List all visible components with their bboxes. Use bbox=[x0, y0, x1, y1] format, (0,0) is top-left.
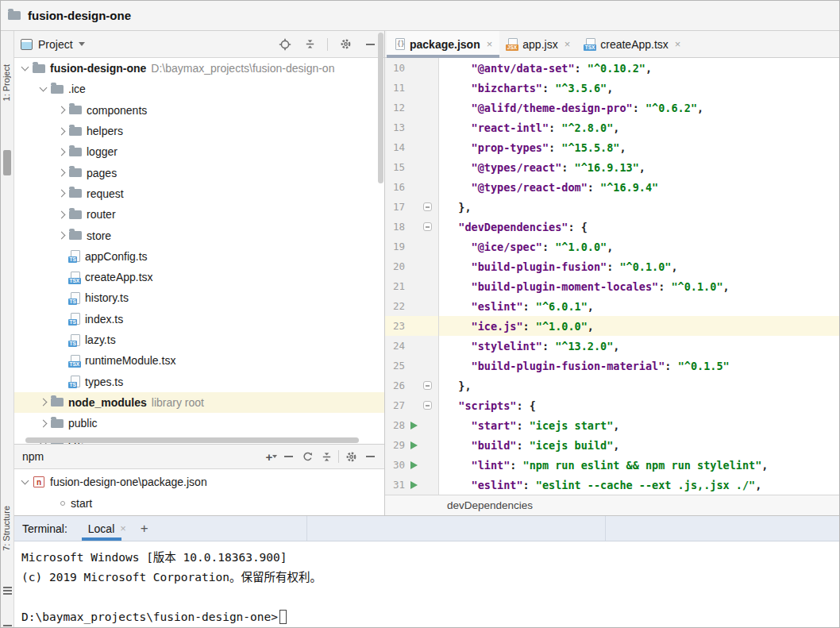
code-line[interactable]: 10 "@antv/data-set": "^0.10.2", bbox=[385, 58, 840, 78]
tree-chevron-icon[interactable] bbox=[21, 64, 29, 71]
tree-chevron-icon[interactable] bbox=[40, 84, 48, 92]
tree-row[interactable]: router bbox=[14, 204, 384, 225]
refresh-icon[interactable] bbox=[298, 447, 317, 466]
tree-chevron-icon[interactable] bbox=[58, 127, 66, 135]
locate-file-button[interactable] bbox=[276, 35, 295, 54]
run-script-icon[interactable] bbox=[410, 441, 418, 449]
tree-row[interactable]: TSX runtimeModule.tsx bbox=[14, 350, 384, 371]
code-line[interactable]: 27 "scripts": { bbox=[385, 395, 840, 415]
hide-panel-button[interactable] bbox=[360, 447, 380, 466]
close-icon[interactable]: × bbox=[487, 38, 493, 50]
run-script-icon[interactable] bbox=[410, 422, 418, 430]
terminal-stripe-icon[interactable] bbox=[3, 625, 12, 628]
tree-row[interactable]: helpers bbox=[14, 121, 384, 141]
code-line[interactable]: 11 "bizcharts": "^3.5.6", bbox=[385, 78, 840, 98]
new-terminal-button[interactable]: + bbox=[141, 521, 148, 537]
code-line[interactable]: 12 "@alifd/theme-design-pro": "^0.6.2", bbox=[385, 98, 840, 118]
fold-start-icon[interactable] bbox=[423, 222, 432, 231]
close-icon[interactable]: × bbox=[564, 38, 571, 50]
structure-stripe-icon[interactable] bbox=[3, 587, 12, 595]
ts-file-icon: TS bbox=[71, 250, 80, 262]
tree-chevron-icon[interactable] bbox=[58, 148, 66, 156]
hide-panel-button[interactable] bbox=[360, 35, 380, 54]
tree-chevron-icon[interactable] bbox=[58, 232, 66, 240]
line-number: 26 bbox=[385, 379, 407, 391]
tree-row[interactable]: .ice bbox=[14, 79, 384, 99]
remove-button[interactable] bbox=[279, 447, 298, 466]
chevron-down-icon[interactable] bbox=[21, 476, 29, 484]
tree-row[interactable]: pages bbox=[14, 162, 384, 183]
code-line[interactable]: 20 "build-plugin-fusion": "^0.1.0", bbox=[385, 256, 840, 276]
code-line[interactable]: 16 "@types/react-dom": "^16.9.4" bbox=[385, 177, 840, 197]
code-line[interactable]: 13 "react-intl": "^2.8.0", bbox=[385, 118, 840, 137]
tree-chevron-icon[interactable] bbox=[58, 210, 66, 218]
code-line[interactable]: 18 "devDependencies": { bbox=[385, 217, 840, 237]
editor-tab[interactable]: JSX app.jsx × bbox=[499, 31, 577, 57]
ts-file-icon: TS bbox=[71, 292, 80, 304]
tree-row[interactable]: TS index.ts bbox=[14, 309, 384, 329]
tree-chevron-icon[interactable] bbox=[58, 190, 66, 198]
terminal-tab-local[interactable]: Local × bbox=[85, 516, 129, 541]
tree-row[interactable]: TSX createApp.tsx bbox=[14, 267, 384, 287]
project-horizontal-scrollbar[interactable] bbox=[25, 437, 359, 443]
tree-row[interactable]: request bbox=[14, 183, 384, 204]
close-icon[interactable]: × bbox=[675, 38, 681, 50]
tree-row[interactable]: fusion-design-one D:\baymax_projects\fus… bbox=[14, 58, 384, 79]
collapse-all-button[interactable] bbox=[317, 447, 336, 466]
tree-row[interactable]: TS types.ts bbox=[14, 371, 384, 391]
npm-script-row[interactable]: start bbox=[14, 492, 384, 514]
fold-end-icon[interactable] bbox=[423, 202, 432, 211]
fold-end-icon[interactable] bbox=[423, 381, 432, 390]
editor-tab[interactable]: TSX createApp.tsx × bbox=[577, 31, 688, 57]
tree-chevron-icon[interactable] bbox=[40, 399, 48, 406]
fold-start-icon[interactable] bbox=[423, 401, 432, 410]
settings-gear-icon[interactable] bbox=[336, 35, 355, 54]
code-line[interactable]: 22 "eslint": "^6.0.1", bbox=[385, 296, 840, 316]
chevron-down-icon[interactable] bbox=[79, 42, 85, 46]
code-line[interactable]: 24 "stylelint": "^13.2.0", bbox=[385, 336, 840, 356]
code-line[interactable]: 14 "prop-types": "^15.5.8", bbox=[385, 137, 840, 157]
tool-stripe-structure-button[interactable]: 7: Structure bbox=[2, 506, 11, 551]
tree-row[interactable]: public bbox=[14, 413, 384, 433]
tree-row[interactable]: TS appConfig.ts bbox=[14, 246, 384, 267]
code-line[interactable]: 15 "@types/react": "^16.9.13", bbox=[385, 157, 840, 177]
run-script-icon[interactable] bbox=[410, 481, 418, 489]
npm-package-row[interactable]: n fusion-design-one\package.json bbox=[14, 471, 384, 492]
editor-tab[interactable]: package.json × bbox=[387, 31, 499, 57]
add-script-button[interactable]: + bbox=[260, 447, 279, 466]
code-line[interactable]: 30 "lint": "npm run eslint && npm run st… bbox=[385, 455, 840, 475]
folder-icon bbox=[69, 231, 82, 240]
folder-icon bbox=[69, 210, 82, 219]
tree-item-name: request bbox=[87, 187, 124, 200]
tree-chevron-icon[interactable] bbox=[58, 106, 66, 114]
code-editor[interactable]: 10 "@antv/data-set": "^0.10.2", 11 "bizc… bbox=[385, 58, 840, 495]
collapse-all-button[interactable] bbox=[300, 35, 319, 54]
tree-row[interactable]: TS history.ts bbox=[14, 287, 384, 308]
project-title[interactable]: Project bbox=[38, 38, 73, 51]
tree-row[interactable]: node_modules library root bbox=[14, 392, 384, 413]
tree-chevron-icon[interactable] bbox=[58, 169, 66, 177]
code-line[interactable]: 31 "eslint": "eslint --cache --ext .js,.… bbox=[385, 475, 840, 495]
settings-gear-icon[interactable] bbox=[341, 447, 360, 466]
code-line[interactable]: 19 "@ice/spec": "^1.0.0", bbox=[385, 237, 840, 256]
code-line[interactable]: 25 "build-plugin-fusion-material": "^0.1… bbox=[385, 356, 840, 376]
code-line[interactable]: 26 }, bbox=[385, 376, 840, 395]
close-icon[interactable]: × bbox=[120, 522, 126, 534]
run-script-icon[interactable] bbox=[410, 461, 418, 469]
code-line[interactable]: 29 "build": "icejs build", bbox=[385, 435, 840, 455]
terminal-output[interactable]: Microsoft Windows [版本 10.0.18363.900](c)… bbox=[14, 541, 840, 628]
code-line[interactable]: 21 "build-plugin-moment-locales": "^0.1.… bbox=[385, 276, 840, 296]
code-line[interactable]: 17 }, bbox=[385, 197, 840, 217]
tool-stripe-project-button[interactable]: 1: Project bbox=[2, 64, 11, 101]
code-line[interactable]: 23 "ice.js": "^1.0.0", bbox=[385, 316, 840, 336]
code-line[interactable]: 28 "start": "icejs start", bbox=[385, 415, 840, 435]
tree-row[interactable]: components bbox=[14, 100, 384, 121]
line-number: 28 bbox=[385, 419, 407, 431]
project-vertical-scrollbar[interactable] bbox=[378, 33, 383, 183]
tree-row[interactable]: logger bbox=[14, 141, 384, 162]
terminal-label[interactable]: Terminal: bbox=[22, 522, 67, 535]
tree-row[interactable]: TS lazy.ts bbox=[14, 329, 384, 350]
tree-row[interactable]: store bbox=[14, 225, 384, 245]
breadcrumb-item[interactable]: devDependencies bbox=[447, 499, 533, 511]
tree-chevron-icon[interactable] bbox=[40, 419, 48, 427]
